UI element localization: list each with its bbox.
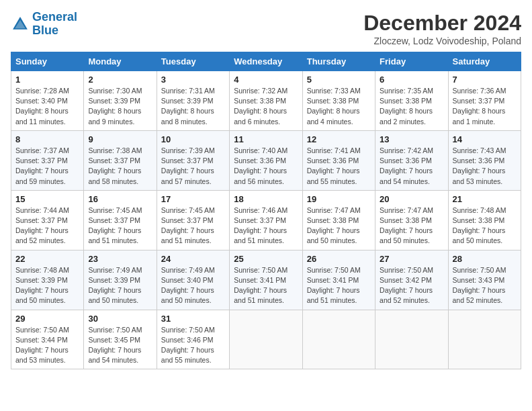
day-number: 2 xyxy=(88,75,152,85)
calendar-cell: 24Sunrise: 7:49 AM Sunset: 3:40 PM Dayli… xyxy=(157,250,229,310)
calendar-cell: 11Sunrise: 7:40 AM Sunset: 3:36 PM Dayli… xyxy=(230,130,302,190)
weekday-header-saturday: Saturday xyxy=(448,52,521,71)
calendar-cell: 3Sunrise: 7:31 AM Sunset: 3:39 PM Daylig… xyxy=(157,71,229,131)
day-info: Sunrise: 7:44 AM Sunset: 3:37 PM Dayligh… xyxy=(15,205,79,246)
calendar-cell: 7Sunrise: 7:36 AM Sunset: 3:37 PM Daylig… xyxy=(448,71,521,131)
day-number: 31 xyxy=(161,314,225,324)
day-info: Sunrise: 7:38 AM Sunset: 3:37 PM Dayligh… xyxy=(88,146,152,187)
day-number: 19 xyxy=(307,194,371,204)
day-number: 4 xyxy=(234,75,298,85)
day-info: Sunrise: 7:50 AM Sunset: 3:42 PM Dayligh… xyxy=(380,265,443,306)
calendar-cell: 5Sunrise: 7:33 AM Sunset: 3:38 PM Daylig… xyxy=(302,71,375,131)
day-info: Sunrise: 7:46 AM Sunset: 3:37 PM Dayligh… xyxy=(234,205,298,246)
day-info: Sunrise: 7:49 AM Sunset: 3:39 PM Dayligh… xyxy=(88,265,152,306)
calendar-cell: 13Sunrise: 7:42 AM Sunset: 3:36 PM Dayli… xyxy=(375,130,448,190)
day-number: 28 xyxy=(453,254,517,264)
calendar-cell: 23Sunrise: 7:49 AM Sunset: 3:39 PM Dayli… xyxy=(84,250,157,310)
day-number: 12 xyxy=(307,134,371,144)
day-number: 10 xyxy=(161,134,225,144)
weekday-header-sunday: Sunday xyxy=(11,52,84,71)
logo-general: General xyxy=(32,10,77,24)
calendar-cell: 30Sunrise: 7:50 AM Sunset: 3:45 PM Dayli… xyxy=(84,310,157,369)
day-info: Sunrise: 7:37 AM Sunset: 3:37 PM Dayligh… xyxy=(15,146,79,187)
calendar-cell: 12Sunrise: 7:41 AM Sunset: 3:36 PM Dayli… xyxy=(302,130,375,190)
weekday-header-tuesday: Tuesday xyxy=(157,52,229,71)
day-info: Sunrise: 7:39 AM Sunset: 3:37 PM Dayligh… xyxy=(161,146,225,187)
calendar-cell: 16Sunrise: 7:45 AM Sunset: 3:37 PM Dayli… xyxy=(84,190,157,250)
page-subtitle: Zloczew, Lodz Voivodeship, Poland xyxy=(363,36,521,46)
calendar-cell xyxy=(375,310,448,369)
page-title: December 2024 xyxy=(363,11,521,36)
calendar-cell: 17Sunrise: 7:45 AM Sunset: 3:37 PM Dayli… xyxy=(157,190,229,250)
logo: General Blue xyxy=(11,11,77,38)
day-number: 17 xyxy=(161,194,225,204)
day-number: 20 xyxy=(380,194,443,204)
day-number: 29 xyxy=(15,314,79,324)
day-info: Sunrise: 7:35 AM Sunset: 3:38 PM Dayligh… xyxy=(380,86,443,127)
calendar-cell xyxy=(302,310,375,369)
day-number: 16 xyxy=(88,194,152,204)
calendar-cell: 4Sunrise: 7:32 AM Sunset: 3:38 PM Daylig… xyxy=(230,71,302,131)
weekday-header-thursday: Thursday xyxy=(302,52,375,71)
day-info: Sunrise: 7:47 AM Sunset: 3:38 PM Dayligh… xyxy=(380,205,443,246)
calendar-cell: 1Sunrise: 7:28 AM Sunset: 3:40 PM Daylig… xyxy=(11,71,84,131)
day-info: Sunrise: 7:50 AM Sunset: 3:45 PM Dayligh… xyxy=(88,325,152,366)
day-info: Sunrise: 7:31 AM Sunset: 3:39 PM Dayligh… xyxy=(161,86,225,127)
day-number: 30 xyxy=(88,314,152,324)
day-number: 25 xyxy=(234,254,298,264)
calendar-cell: 2Sunrise: 7:30 AM Sunset: 3:39 PM Daylig… xyxy=(84,71,157,131)
calendar-cell: 25Sunrise: 7:50 AM Sunset: 3:41 PM Dayli… xyxy=(230,250,302,310)
day-number: 1 xyxy=(15,75,79,85)
day-info: Sunrise: 7:48 AM Sunset: 3:39 PM Dayligh… xyxy=(15,265,79,306)
day-number: 21 xyxy=(453,194,517,204)
day-info: Sunrise: 7:43 AM Sunset: 3:36 PM Dayligh… xyxy=(453,146,517,187)
day-info: Sunrise: 7:28 AM Sunset: 3:40 PM Dayligh… xyxy=(15,86,79,127)
calendar-cell: 26Sunrise: 7:50 AM Sunset: 3:41 PM Dayli… xyxy=(302,250,375,310)
day-info: Sunrise: 7:50 AM Sunset: 3:44 PM Dayligh… xyxy=(15,325,79,366)
calendar-cell: 15Sunrise: 7:44 AM Sunset: 3:37 PM Dayli… xyxy=(11,190,84,250)
day-number: 3 xyxy=(161,75,225,85)
calendar-cell: 9Sunrise: 7:38 AM Sunset: 3:37 PM Daylig… xyxy=(84,130,157,190)
calendar-cell: 18Sunrise: 7:46 AM Sunset: 3:37 PM Dayli… xyxy=(230,190,302,250)
day-info: Sunrise: 7:50 AM Sunset: 3:43 PM Dayligh… xyxy=(453,265,517,306)
page-header: General Blue December 2024 Zloczew, Lodz… xyxy=(11,11,521,46)
day-number: 26 xyxy=(307,254,371,264)
day-info: Sunrise: 7:50 AM Sunset: 3:41 PM Dayligh… xyxy=(307,265,371,306)
day-number: 23 xyxy=(88,254,152,264)
logo-blue: Blue xyxy=(32,24,58,37)
day-number: 24 xyxy=(161,254,225,264)
calendar-cell: 21Sunrise: 7:48 AM Sunset: 3:38 PM Dayli… xyxy=(448,190,521,250)
day-number: 6 xyxy=(380,75,443,85)
day-info: Sunrise: 7:49 AM Sunset: 3:40 PM Dayligh… xyxy=(161,265,225,306)
calendar-table: SundayMondayTuesdayWednesdayThursdayFrid… xyxy=(11,52,521,369)
day-number: 22 xyxy=(15,254,79,264)
calendar-cell xyxy=(230,310,302,369)
day-number: 18 xyxy=(234,194,298,204)
day-info: Sunrise: 7:32 AM Sunset: 3:38 PM Dayligh… xyxy=(234,86,298,127)
logo-text: General Blue xyxy=(32,11,77,38)
day-number: 11 xyxy=(234,134,298,144)
day-info: Sunrise: 7:47 AM Sunset: 3:38 PM Dayligh… xyxy=(307,205,371,246)
calendar-cell: 20Sunrise: 7:47 AM Sunset: 3:38 PM Dayli… xyxy=(375,190,448,250)
day-number: 27 xyxy=(380,254,443,264)
calendar-cell: 22Sunrise: 7:48 AM Sunset: 3:39 PM Dayli… xyxy=(11,250,84,310)
day-info: Sunrise: 7:41 AM Sunset: 3:36 PM Dayligh… xyxy=(307,146,371,187)
calendar-cell: 28Sunrise: 7:50 AM Sunset: 3:43 PM Dayli… xyxy=(448,250,521,310)
day-info: Sunrise: 7:45 AM Sunset: 3:37 PM Dayligh… xyxy=(88,205,152,246)
calendar-cell: 31Sunrise: 7:50 AM Sunset: 3:46 PM Dayli… xyxy=(157,310,229,369)
day-info: Sunrise: 7:50 AM Sunset: 3:46 PM Dayligh… xyxy=(161,325,225,366)
calendar-cell: 27Sunrise: 7:50 AM Sunset: 3:42 PM Dayli… xyxy=(375,250,448,310)
weekday-header-friday: Friday xyxy=(375,52,448,71)
day-number: 5 xyxy=(307,75,371,85)
calendar-cell xyxy=(448,310,521,369)
logo-icon xyxy=(11,15,30,34)
calendar-cell: 6Sunrise: 7:35 AM Sunset: 3:38 PM Daylig… xyxy=(375,71,448,131)
calendar-cell: 8Sunrise: 7:37 AM Sunset: 3:37 PM Daylig… xyxy=(11,130,84,190)
day-number: 13 xyxy=(380,134,443,144)
day-number: 8 xyxy=(15,134,79,144)
day-number: 9 xyxy=(88,134,152,144)
day-number: 14 xyxy=(453,134,517,144)
day-info: Sunrise: 7:40 AM Sunset: 3:36 PM Dayligh… xyxy=(234,146,298,187)
calendar-cell: 29Sunrise: 7:50 AM Sunset: 3:44 PM Dayli… xyxy=(11,310,84,369)
day-number: 15 xyxy=(15,194,79,204)
